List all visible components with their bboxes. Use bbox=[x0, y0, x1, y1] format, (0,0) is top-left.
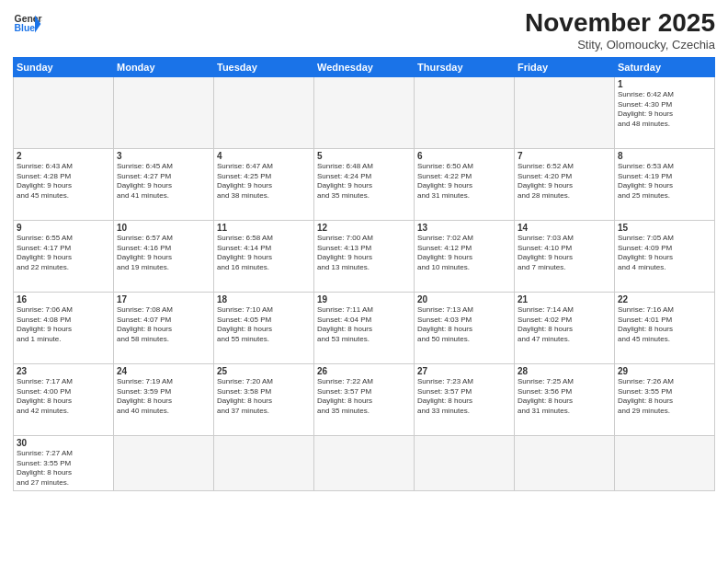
svg-text:Blue: Blue bbox=[15, 23, 36, 33]
day-number: 27 bbox=[417, 366, 511, 376]
day-info: Sunrise: 6:43 AM Sunset: 4:28 PM Dayligh… bbox=[17, 162, 110, 201]
day-info: Sunrise: 7:22 AM Sunset: 3:57 PM Dayligh… bbox=[317, 377, 411, 417]
table-row: 7Sunrise: 6:52 AM Sunset: 4:20 PM Daylig… bbox=[515, 148, 615, 220]
day-number: 4 bbox=[217, 151, 311, 161]
table-row: 8Sunrise: 6:53 AM Sunset: 4:19 PM Daylig… bbox=[615, 148, 715, 220]
table-row: 22Sunrise: 7:16 AM Sunset: 4:01 PM Dayli… bbox=[615, 292, 715, 363]
day-number: 19 bbox=[317, 294, 411, 304]
day-info: Sunrise: 6:53 AM Sunset: 4:19 PM Dayligh… bbox=[618, 162, 711, 201]
day-info: Sunrise: 6:52 AM Sunset: 4:20 PM Dayligh… bbox=[518, 162, 611, 201]
table-row: 3Sunrise: 6:45 AM Sunset: 4:27 PM Daylig… bbox=[114, 148, 214, 220]
day-number: 20 bbox=[417, 294, 511, 304]
table-row: 26Sunrise: 7:22 AM Sunset: 3:57 PM Dayli… bbox=[314, 363, 415, 435]
day-number: 22 bbox=[618, 294, 711, 304]
day-info: Sunrise: 7:25 AM Sunset: 3:56 PM Dayligh… bbox=[518, 377, 611, 417]
table-row: 5Sunrise: 6:48 AM Sunset: 4:24 PM Daylig… bbox=[314, 148, 415, 220]
table-row: 18Sunrise: 7:10 AM Sunset: 4:05 PM Dayli… bbox=[214, 292, 314, 363]
day-number: 21 bbox=[518, 294, 611, 304]
day-number: 6 bbox=[417, 151, 511, 161]
day-number: 7 bbox=[518, 151, 611, 161]
day-number: 10 bbox=[117, 223, 210, 233]
header-saturday: Saturday bbox=[615, 57, 715, 76]
table-row: 6Sunrise: 6:50 AM Sunset: 4:22 PM Daylig… bbox=[415, 148, 515, 220]
day-info: Sunrise: 7:19 AM Sunset: 3:59 PM Dayligh… bbox=[117, 377, 210, 417]
table-row bbox=[114, 76, 214, 148]
table-row: 16Sunrise: 7:06 AM Sunset: 4:08 PM Dayli… bbox=[14, 292, 114, 363]
table-row bbox=[214, 76, 314, 148]
day-number: 29 bbox=[618, 366, 711, 376]
day-number: 28 bbox=[518, 366, 611, 376]
day-number: 24 bbox=[117, 366, 210, 376]
table-row bbox=[415, 435, 515, 490]
day-info: Sunrise: 6:57 AM Sunset: 4:16 PM Dayligh… bbox=[117, 234, 210, 273]
day-info: Sunrise: 6:42 AM Sunset: 4:30 PM Dayligh… bbox=[618, 90, 711, 130]
subtitle: Stity, Olomoucky, Czechia bbox=[525, 38, 715, 52]
table-row: 4Sunrise: 6:47 AM Sunset: 4:25 PM Daylig… bbox=[214, 148, 314, 220]
day-info: Sunrise: 7:02 AM Sunset: 4:12 PM Dayligh… bbox=[417, 234, 511, 273]
table-row: 20Sunrise: 7:13 AM Sunset: 4:03 PM Dayli… bbox=[415, 292, 515, 363]
day-number: 30 bbox=[17, 438, 110, 448]
day-info: Sunrise: 7:08 AM Sunset: 4:07 PM Dayligh… bbox=[117, 305, 210, 345]
day-number: 14 bbox=[518, 223, 611, 233]
table-row: 21Sunrise: 7:14 AM Sunset: 4:02 PM Dayli… bbox=[515, 292, 615, 363]
day-info: Sunrise: 6:48 AM Sunset: 4:24 PM Dayligh… bbox=[317, 162, 411, 201]
day-info: Sunrise: 7:20 AM Sunset: 3:58 PM Dayligh… bbox=[217, 377, 311, 417]
table-row: 28Sunrise: 7:25 AM Sunset: 3:56 PM Dayli… bbox=[515, 363, 615, 435]
day-number: 13 bbox=[417, 223, 511, 233]
day-info: Sunrise: 7:14 AM Sunset: 4:02 PM Dayligh… bbox=[518, 305, 611, 345]
day-number: 15 bbox=[618, 223, 711, 233]
header-tuesday: Tuesday bbox=[214, 57, 314, 76]
day-number: 3 bbox=[117, 151, 210, 161]
table-row bbox=[314, 435, 415, 490]
day-number: 9 bbox=[17, 223, 110, 233]
day-info: Sunrise: 7:17 AM Sunset: 4:00 PM Dayligh… bbox=[17, 377, 110, 417]
header-monday: Monday bbox=[114, 57, 214, 76]
table-row: 1Sunrise: 6:42 AM Sunset: 4:30 PM Daylig… bbox=[615, 76, 715, 148]
calendar: Sunday Monday Tuesday Wednesday Thursday… bbox=[13, 57, 715, 491]
table-row: 23Sunrise: 7:17 AM Sunset: 4:00 PM Dayli… bbox=[14, 363, 114, 435]
day-info: Sunrise: 7:00 AM Sunset: 4:13 PM Dayligh… bbox=[317, 234, 411, 273]
table-row bbox=[314, 76, 415, 148]
table-row: 15Sunrise: 7:05 AM Sunset: 4:09 PM Dayli… bbox=[615, 220, 715, 292]
header-sunday: Sunday bbox=[14, 57, 114, 76]
day-info: Sunrise: 6:55 AM Sunset: 4:17 PM Dayligh… bbox=[17, 234, 110, 273]
header-wednesday: Wednesday bbox=[314, 57, 415, 76]
header-friday: Friday bbox=[515, 57, 615, 76]
day-info: Sunrise: 7:06 AM Sunset: 4:08 PM Dayligh… bbox=[17, 305, 110, 345]
day-info: Sunrise: 7:27 AM Sunset: 3:55 PM Dayligh… bbox=[17, 449, 110, 488]
day-info: Sunrise: 7:11 AM Sunset: 4:04 PM Dayligh… bbox=[317, 305, 411, 345]
header-thursday: Thursday bbox=[415, 57, 515, 76]
table-row bbox=[14, 76, 114, 148]
table-row: 29Sunrise: 7:26 AM Sunset: 3:55 PM Dayli… bbox=[615, 363, 715, 435]
weekday-header-row: Sunday Monday Tuesday Wednesday Thursday… bbox=[14, 57, 715, 76]
table-row bbox=[615, 435, 715, 490]
day-number: 18 bbox=[217, 294, 311, 304]
day-number: 2 bbox=[17, 151, 110, 161]
table-row bbox=[114, 435, 214, 490]
day-info: Sunrise: 6:58 AM Sunset: 4:14 PM Dayligh… bbox=[217, 234, 311, 273]
day-info: Sunrise: 7:03 AM Sunset: 4:10 PM Dayligh… bbox=[518, 234, 611, 273]
logo-icon: General Blue bbox=[13, 9, 42, 39]
table-row bbox=[515, 435, 615, 490]
day-info: Sunrise: 6:50 AM Sunset: 4:22 PM Dayligh… bbox=[417, 162, 511, 201]
day-info: Sunrise: 6:47 AM Sunset: 4:25 PM Dayligh… bbox=[217, 162, 311, 201]
day-number: 16 bbox=[17, 294, 110, 304]
day-info: Sunrise: 7:10 AM Sunset: 4:05 PM Dayligh… bbox=[217, 305, 311, 345]
table-row bbox=[415, 76, 515, 148]
day-number: 12 bbox=[317, 223, 411, 233]
table-row: 30Sunrise: 7:27 AM Sunset: 3:55 PM Dayli… bbox=[14, 435, 114, 490]
day-number: 25 bbox=[217, 366, 311, 376]
day-number: 23 bbox=[17, 366, 110, 376]
logo: General Blue bbox=[13, 9, 42, 39]
day-number: 17 bbox=[117, 294, 210, 304]
day-number: 11 bbox=[217, 223, 311, 233]
table-row: 11Sunrise: 6:58 AM Sunset: 4:14 PM Dayli… bbox=[214, 220, 314, 292]
day-info: Sunrise: 7:05 AM Sunset: 4:09 PM Dayligh… bbox=[618, 234, 711, 273]
table-row: 12Sunrise: 7:00 AM Sunset: 4:13 PM Dayli… bbox=[314, 220, 415, 292]
day-number: 1 bbox=[618, 79, 711, 89]
table-row: 25Sunrise: 7:20 AM Sunset: 3:58 PM Dayli… bbox=[214, 363, 314, 435]
day-info: Sunrise: 7:23 AM Sunset: 3:57 PM Dayligh… bbox=[417, 377, 511, 417]
day-info: Sunrise: 7:16 AM Sunset: 4:01 PM Dayligh… bbox=[618, 305, 711, 345]
day-number: 26 bbox=[317, 366, 411, 376]
table-row: 17Sunrise: 7:08 AM Sunset: 4:07 PM Dayli… bbox=[114, 292, 214, 363]
